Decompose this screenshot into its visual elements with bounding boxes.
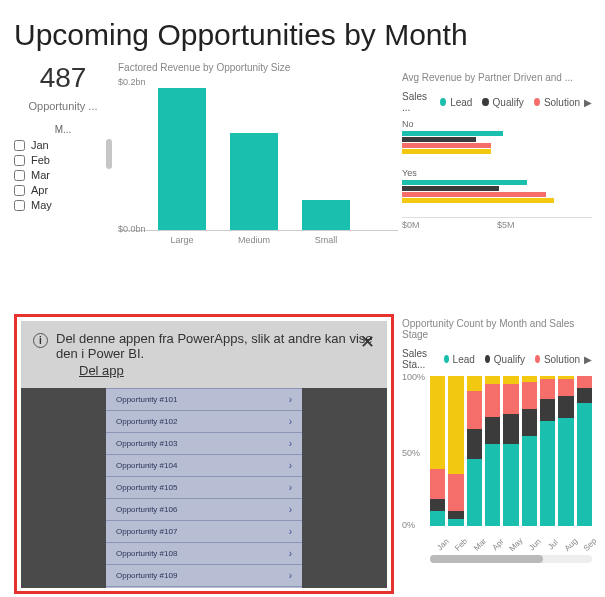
legend-next-icon[interactable]: ▶ [584, 354, 592, 365]
share-app-link[interactable]: Del app [79, 363, 124, 378]
legend-swatch [534, 98, 540, 106]
share-banner: i Del denne appen fra PowerApps, slik at… [21, 321, 387, 388]
kpi-label: Opportunity ... [14, 100, 112, 112]
chevron-right-icon: › [289, 394, 292, 405]
category-label: No [402, 119, 592, 129]
info-icon: i [33, 333, 48, 348]
list-item[interactable]: Opportunity #101› [106, 388, 302, 411]
list-item[interactable]: Opportunity #103› [106, 433, 302, 455]
y-axis-label: 50% [402, 448, 420, 458]
bar-seg[interactable] [402, 192, 546, 197]
opportunity-list[interactable]: Opportunity #101› Opportunity #102› Oppo… [106, 388, 302, 588]
list-item[interactable]: Opportunity #107› [106, 521, 302, 543]
chevron-right-icon: › [289, 526, 292, 537]
slicer-label: Apr [31, 184, 48, 196]
slicer-title: M... [14, 124, 112, 135]
stacked-bar[interactable] [522, 376, 537, 526]
stacked-bar[interactable] [467, 376, 482, 526]
x-axis-label: Mar [471, 536, 488, 553]
list-item[interactable]: Opportunity #104› [106, 455, 302, 477]
list-item[interactable]: Opportunity #106› [106, 499, 302, 521]
kpi-card: 487 Opportunity ... M... Jan Feb Mar Apr… [14, 62, 112, 245]
legend-next-icon[interactable]: ▶ [584, 97, 592, 108]
kpi-value: 487 [14, 62, 112, 94]
x-axis-label: Aug [563, 536, 580, 553]
slicer-label: Jan [31, 139, 49, 151]
y-axis-label: $0.0bn [118, 224, 146, 234]
x-axis-label: May [508, 536, 525, 553]
stacked-bar[interactable] [558, 376, 573, 526]
bar-seg[interactable] [402, 131, 503, 136]
checkbox[interactable] [14, 140, 25, 151]
bar-seg[interactable] [402, 186, 499, 191]
slicer-item[interactable]: Mar [14, 169, 112, 181]
stacked-bar[interactable] [485, 376, 500, 526]
checkbox[interactable] [14, 200, 25, 211]
x-axis-label: Feb [453, 536, 470, 553]
y-axis-label: 0% [402, 520, 415, 530]
slicer-item[interactable]: Jan [14, 139, 112, 151]
bar-seg[interactable] [402, 137, 476, 142]
slicer-label: Feb [31, 154, 50, 166]
x-axis-label: Small [302, 235, 350, 245]
x-axis-label: Large [158, 235, 206, 245]
slicer-label: Mar [31, 169, 50, 181]
list-item[interactable]: Opportunity #108› [106, 543, 302, 565]
legend: Sales Sta... Lead Qualify Solution ▶ [402, 348, 592, 370]
stacked-bar[interactable] [448, 376, 463, 526]
bar-seg[interactable] [402, 198, 554, 203]
legend-swatch [485, 355, 490, 363]
legend-swatch [482, 98, 488, 106]
chevron-right-icon: › [289, 548, 292, 559]
page-title: Upcoming Opportunities by Month [14, 18, 591, 52]
list-item[interactable]: Opportunity #102› [106, 411, 302, 433]
x-axis-label: Jun [526, 536, 543, 553]
x-axis-label: Jan [434, 536, 451, 553]
legend-swatch [444, 355, 449, 363]
chevron-right-icon: › [289, 482, 292, 493]
checkbox[interactable] [14, 155, 25, 166]
x-axis-label: $0M [402, 220, 420, 230]
slicer-item[interactable]: Feb [14, 154, 112, 166]
bar-seg[interactable] [402, 180, 527, 185]
list-item[interactable]: Opportunity #109› [106, 565, 302, 587]
stacked-bar[interactable] [503, 376, 518, 526]
y-axis-label: $0.2bn [118, 77, 146, 87]
opportunity-count-chart[interactable]: Opportunity Count by Month and Sales Sta… [402, 318, 592, 563]
bar[interactable] [230, 133, 278, 230]
stacked-bar[interactable] [540, 376, 555, 526]
checkbox[interactable] [14, 170, 25, 181]
legend-swatch [440, 98, 446, 106]
chart-title: Avg Revenue by Partner Driven and ... [402, 72, 592, 83]
x-axis-label: Jul [544, 536, 561, 553]
stacked-bar[interactable] [430, 376, 445, 526]
slicer-scrollbar[interactable] [104, 139, 114, 209]
list-item[interactable]: Opportunity #105› [106, 477, 302, 499]
close-icon[interactable]: ✕ [360, 331, 375, 353]
avg-revenue-chart[interactable]: Avg Revenue by Partner Driven and ... Sa… [402, 72, 592, 230]
x-axis-label: Medium [230, 235, 278, 245]
checkbox[interactable] [14, 185, 25, 196]
bar-seg[interactable] [402, 149, 491, 154]
bar[interactable] [158, 88, 206, 230]
slicer-item[interactable]: Apr [14, 184, 112, 196]
chart-title: Factored Revenue by Opportunity Size [118, 62, 398, 73]
chevron-right-icon: › [289, 460, 292, 471]
month-slicer[interactable]: Jan Feb Mar Apr May [14, 139, 112, 211]
bar-seg[interactable] [402, 143, 491, 148]
x-axis-label: Sep [581, 536, 598, 553]
slicer-item[interactable]: May [14, 199, 112, 211]
legend: Sales ... Lead Qualify Solution ▶ [402, 91, 592, 113]
chevron-right-icon: › [289, 416, 292, 427]
powerapps-canvas: Opportunity #101› Opportunity #102› Oppo… [21, 388, 387, 588]
horizontal-scrollbar[interactable] [430, 555, 592, 563]
chevron-right-icon: › [289, 570, 292, 581]
factored-revenue-chart[interactable]: Factored Revenue by Opportunity Size $0.… [118, 62, 398, 245]
stacked-bar[interactable] [577, 376, 592, 526]
chevron-right-icon: › [289, 504, 292, 515]
powerapps-visual[interactable]: i Del denne appen fra PowerApps, slik at… [14, 314, 394, 594]
bar[interactable] [302, 200, 350, 230]
category-label: Yes [402, 168, 592, 178]
x-axis-label: Apr [489, 536, 506, 553]
x-axis-label: $5M [497, 220, 515, 230]
